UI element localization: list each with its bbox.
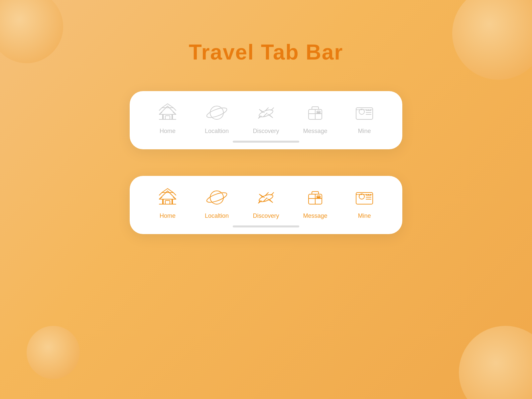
tab-item-discovery-orange[interactable]: Discovery <box>241 186 291 219</box>
home-icon <box>156 101 179 124</box>
tab-bar-grey: Home Localtion <box>130 91 402 149</box>
tab-item-message-orange[interactable]: Message <box>291 186 340 219</box>
svg-point-12 <box>206 106 228 120</box>
tab-bar-grey-items: Home Localtion <box>143 101 389 135</box>
home-label-grey: Home <box>160 128 176 135</box>
svg-rect-6 <box>165 116 170 119</box>
svg-line-5 <box>173 108 176 110</box>
mine-label-orange: Mine <box>358 212 371 219</box>
discovery-label-grey: Discovery <box>253 128 279 135</box>
svg-rect-29 <box>163 199 173 204</box>
svg-line-33 <box>173 193 176 195</box>
discovery-icon <box>254 101 278 124</box>
message-label-orange: Message <box>303 212 327 219</box>
svg-rect-34 <box>165 200 170 204</box>
message-label-grey: Message <box>303 128 327 135</box>
location-label-orange: Localtion <box>205 212 229 219</box>
home-indicator-orange <box>233 225 299 227</box>
tab-item-mine-grey[interactable]: Mine <box>340 101 389 135</box>
page-title: Travel Tab Bar <box>0 40 532 65</box>
message-icon <box>304 101 327 124</box>
svg-line-4 <box>159 108 162 110</box>
tab-item-location-grey[interactable]: Localtion <box>192 101 241 135</box>
tab-item-location-orange[interactable]: Localtion <box>192 186 241 219</box>
tab-item-home-grey[interactable]: Home <box>143 101 192 135</box>
mine-icon-orange <box>353 186 376 209</box>
svg-point-40 <box>206 191 228 204</box>
discovery-label-orange: Discovery <box>253 212 279 219</box>
location-label-grey: Localtion <box>205 128 229 135</box>
tab-bars-wrapper: Home Localtion <box>0 91 532 234</box>
home-label-orange: Home <box>160 212 176 219</box>
home-icon-orange <box>156 186 179 209</box>
tab-item-mine-orange[interactable]: Mine <box>340 186 389 219</box>
svg-marker-30 <box>159 191 176 199</box>
svg-line-32 <box>159 193 162 195</box>
decorative-circle-bottom-left <box>27 326 80 379</box>
decorative-circle-top-right <box>452 0 532 80</box>
discovery-icon-orange <box>254 186 278 209</box>
mine-label-grey: Mine <box>358 128 371 135</box>
tab-item-discovery-grey[interactable]: Discovery <box>241 101 291 135</box>
tab-item-message-grey[interactable]: Message <box>291 101 340 135</box>
tab-bar-orange-items: Home Localtion <box>143 186 389 219</box>
message-icon-orange <box>304 186 327 209</box>
mine-icon <box>353 101 376 124</box>
location-icon <box>205 101 228 124</box>
tab-item-home-orange[interactable]: Home <box>143 186 192 219</box>
decorative-circle-bottom-right <box>459 326 532 399</box>
location-icon-orange <box>205 186 228 209</box>
svg-marker-2 <box>159 106 176 114</box>
home-indicator-grey <box>233 141 299 143</box>
tab-bar-orange: Home Localtion <box>130 176 402 234</box>
svg-rect-1 <box>163 114 173 119</box>
